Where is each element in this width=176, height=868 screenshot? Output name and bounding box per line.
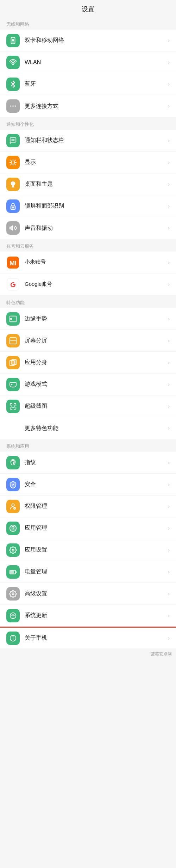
svg-point-42 [13, 529, 13, 530]
google-logo [6, 278, 20, 291]
svg-point-8 [12, 140, 12, 140]
svg-rect-45 [11, 571, 14, 573]
app-manage-icon [6, 522, 20, 535]
svg-rect-32 [12, 359, 16, 364]
notif-bar-arrow: › [168, 137, 170, 144]
section-features: 特色功能 边缘手势 › 屏幕分屏 › [0, 295, 176, 439]
splitscreen-label: 屏幕分屏 [25, 337, 168, 344]
google-account-info: Google账号 [25, 281, 168, 288]
item-more-feat[interactable]: 更多特色功能 › [0, 417, 176, 439]
more-conn-label: 更多连接方式 [25, 103, 168, 110]
features-items-group: 边缘手势 › 屏幕分屏 › 应用分身 › [0, 308, 176, 439]
bluetooth-icon [6, 78, 20, 91]
svg-point-36 [15, 427, 16, 429]
battery-icon [6, 565, 20, 579]
screenshot-label: 超级截图 [25, 402, 168, 410]
item-wlan[interactable]: WLAN › [0, 51, 176, 73]
watermark: 蓝莓安卓网 [0, 648, 176, 659]
svg-point-46 [12, 593, 14, 595]
screenshot-arrow: › [168, 403, 170, 410]
svg-line-16 [11, 160, 11, 160]
item-bluetooth[interactable]: 蓝牙 › [0, 73, 176, 95]
section-account: 账号和云服务 MI 小米账号 › [0, 239, 176, 295]
item-permission[interactable]: 权限管理 › [0, 495, 176, 517]
item-notif-bar[interactable]: 通知栏和状态栏 › [0, 130, 176, 152]
update-label: 系统更新 [25, 612, 168, 619]
svg-rect-1 [12, 39, 14, 41]
item-sim[interactable]: 双卡和移动网络 › [0, 30, 176, 51]
security-label: 安全 [25, 481, 168, 488]
permission-label: 权限管理 [25, 503, 168, 510]
item-app-manage[interactable]: 应用管理 › [0, 517, 176, 539]
item-more-conn[interactable]: 更多连接方式 › [0, 95, 176, 117]
watermark-text: 蓝莓安卓网 [151, 652, 172, 657]
item-about[interactable]: 关于手机 › [0, 627, 176, 648]
item-fingerprint[interactable]: 指纹 › [0, 452, 176, 474]
notification-items-group: 通知栏和状态栏 › 显示 › [0, 130, 176, 239]
svg-point-43 [12, 549, 14, 551]
permission-arrow: › [168, 503, 170, 510]
item-security[interactable]: 安全 › [0, 474, 176, 495]
app-manage-arrow: › [168, 525, 170, 531]
item-advanced[interactable]: 高级设置 › [0, 583, 176, 605]
app-settings-icon [6, 543, 20, 557]
section-header-features: 特色功能 [0, 295, 176, 308]
more-feat-arrow: › [168, 425, 170, 431]
item-google-account[interactable]: Google账号 › [0, 273, 176, 295]
xiaomi-account-label: 小米账号 [25, 259, 168, 265]
svg-rect-33 [12, 405, 14, 407]
item-sound[interactable]: 声音和振动 › [0, 217, 176, 239]
svg-rect-21 [12, 187, 14, 187]
wifi-icon [6, 56, 20, 69]
svg-point-35 [12, 427, 14, 429]
display-icon [6, 156, 20, 169]
security-arrow: › [168, 481, 170, 488]
item-lockscreen[interactable]: 锁屏和面部识别 › [0, 195, 176, 217]
advanced-arrow: › [168, 591, 170, 597]
xiaomi-logo: MI [6, 256, 20, 269]
svg-point-37 [12, 504, 14, 506]
section-header-system: 系统和应用 [0, 439, 176, 452]
sim-arrow: › [168, 37, 170, 44]
section-header-network: 无线和网络 [0, 17, 176, 30]
sound-icon [6, 221, 20, 235]
svg-rect-2 [12, 41, 13, 42]
system-items-group: 指纹 › 安全 › [0, 452, 176, 648]
bluetooth-label: 蓝牙 [25, 80, 168, 88]
desktop-arrow: › [168, 181, 170, 187]
update-icon [6, 609, 20, 622]
item-xiaomi-account[interactable]: MI 小米账号 › [0, 252, 176, 273]
item-screenshot[interactable]: 超级截图 › [0, 395, 176, 417]
section-notification: 通知和个性化 通知栏和状态栏 › [0, 117, 176, 239]
item-update[interactable]: 系统更新 › [0, 605, 176, 627]
item-desktop[interactable]: 桌面和主题 › [0, 173, 176, 195]
about-icon [6, 632, 20, 645]
svg-point-11 [11, 161, 14, 164]
permission-icon [6, 500, 20, 513]
item-clone[interactable]: 应用分身 › [0, 352, 176, 374]
svg-point-5 [10, 105, 12, 107]
splitscreen-arrow: › [168, 338, 170, 344]
wlan-arrow: › [168, 59, 170, 66]
svg-line-18 [11, 164, 11, 165]
svg-point-6 [12, 105, 14, 107]
section-system: 系统和应用 指纹 › 安全 › [0, 439, 176, 648]
game-arrow: › [168, 381, 170, 388]
fingerprint-icon [6, 456, 20, 469]
security-icon [6, 478, 20, 491]
item-battery[interactable]: 电量管理 › [0, 561, 176, 583]
item-edge[interactable]: 边缘手势 › [0, 308, 176, 330]
section-network: 无线和网络 双卡和移动网络 › [0, 17, 176, 117]
app-settings-label: 应用设置 [25, 546, 168, 554]
section-header-account: 账号和云服务 [0, 239, 176, 252]
item-display[interactable]: 显示 › [0, 152, 176, 173]
advanced-label: 高级设置 [25, 590, 168, 597]
battery-label: 电量管理 [25, 568, 168, 575]
item-game[interactable]: 游戏模式 › [0, 374, 176, 395]
item-app-settings[interactable]: 应用设置 › [0, 539, 176, 561]
section-header-notification: 通知和个性化 [0, 117, 176, 130]
page-title: 设置 [0, 0, 176, 17]
item-splitscreen[interactable]: 屏幕分屏 › [0, 330, 176, 352]
bluetooth-arrow: › [168, 81, 170, 87]
clone-label: 应用分身 [25, 359, 168, 366]
